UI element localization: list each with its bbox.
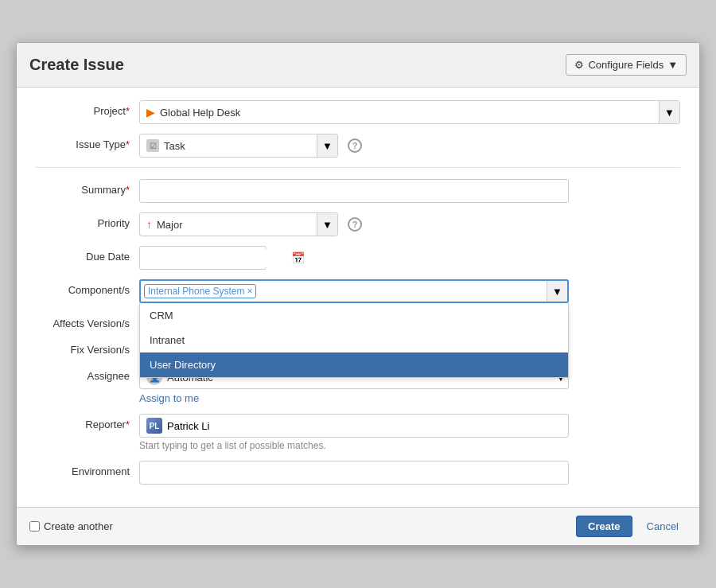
components-control: Internal Phone System × ▼ CRM Intranet U… (139, 279, 680, 303)
divider (36, 167, 680, 168)
summary-input[interactable] (139, 179, 569, 203)
reporter-avatar: PL (146, 418, 162, 434)
project-select[interactable]: ▶ Global Help Desk ▼ (139, 100, 680, 124)
fix-version-label: Fix Version/s (36, 339, 139, 356)
priority-value: Major (157, 219, 312, 231)
project-dropdown-arrow[interactable]: ▼ (659, 101, 679, 123)
summary-label: Summary* (36, 179, 139, 196)
environment-input[interactable] (139, 461, 569, 485)
priority-help-icon[interactable]: ? (348, 217, 362, 232)
assign-to-me-link[interactable]: Assign to me (139, 392, 680, 404)
issue-type-value: Task (164, 140, 312, 152)
reporter-label: Reporter* (36, 414, 139, 430)
components-select[interactable]: Internal Phone System × ▼ (139, 279, 569, 303)
priority-select[interactable]: ↑ Major ▼ (139, 212, 338, 236)
summary-required: * (126, 184, 130, 196)
dialog-body: Project* ▶ Global Help Desk ▼ Issue Type… (17, 88, 699, 507)
summary-row: Summary* (36, 179, 680, 203)
priority-icon: ↑ (146, 218, 152, 231)
project-required: * (126, 105, 130, 117)
project-label: Project* (36, 100, 139, 117)
due-date-label: Due Date (36, 246, 139, 263)
due-date-input-wrap[interactable]: 📅 (139, 246, 267, 270)
issue-type-help-icon[interactable]: ? (348, 138, 362, 153)
create-another-label: Create another (44, 520, 113, 532)
environment-row: Environment (36, 461, 680, 485)
project-row: Project* ▶ Global Help Desk ▼ (36, 100, 680, 124)
reporter-control: PL Patrick Li Start typing to get a list… (139, 414, 680, 451)
issue-type-row: Issue Type* ☑ Task ▼ ? (36, 134, 680, 158)
configure-fields-label: Configure Fields (588, 59, 663, 71)
create-another-checkbox[interactable] (29, 521, 40, 532)
priority-control: ↑ Major ▼ ? (139, 212, 680, 236)
component-tag-remove[interactable]: × (247, 286, 252, 297)
configure-fields-arrow-icon: ▼ (667, 59, 678, 71)
cancel-button[interactable]: Cancel (639, 516, 687, 536)
reporter-value: Patrick Li (167, 420, 209, 432)
components-row: Component/s Internal Phone System × ▼ CR… (36, 279, 680, 303)
issue-type-control: ☑ Task ▼ ? (139, 134, 680, 158)
assignee-label: Assignee (36, 365, 139, 382)
issue-type-required: * (126, 138, 130, 150)
due-date-row: Due Date 📅 (36, 246, 680, 270)
task-icon: ☑ (146, 139, 159, 152)
priority-dropdown-arrow[interactable]: ▼ (317, 213, 337, 236)
dropdown-item-crm[interactable]: CRM (140, 303, 568, 328)
issue-type-select[interactable]: ☑ Task ▼ (139, 134, 338, 158)
priority-label: Priority (36, 212, 139, 229)
calendar-icon[interactable]: 📅 (286, 248, 309, 267)
dropdown-item-intranet[interactable]: Intranet (140, 328, 568, 352)
project-icon: ▶ (146, 106, 155, 119)
components-dropdown: CRM Intranet User Directory (139, 303, 569, 378)
create-another-wrap: Create another (29, 520, 113, 532)
project-control: ▶ Global Help Desk ▼ (139, 100, 680, 124)
reporter-row: Reporter* PL Patrick Li Start typing to … (36, 414, 680, 451)
environment-label: Environment (36, 461, 139, 477)
gear-icon: ⚙ (574, 59, 584, 71)
create-issue-dialog: Create Issue ⚙ Configure Fields ▼ Projec… (16, 42, 700, 546)
components-dropdown-arrow[interactable]: ▼ (547, 281, 567, 302)
project-value: Global Help Desk (160, 107, 654, 119)
priority-row: Priority ↑ Major ▼ ? (36, 212, 680, 236)
due-date-input[interactable] (140, 249, 286, 267)
reporter-required: * (126, 419, 130, 430)
dialog-footer: Create another Create Cancel (17, 507, 699, 545)
dropdown-item-user-directory[interactable]: User Directory (140, 352, 568, 377)
components-input[interactable] (259, 286, 564, 298)
due-date-control: 📅 (139, 246, 680, 270)
summary-control (139, 179, 680, 203)
environment-control (139, 461, 680, 485)
components-label: Component/s (36, 279, 139, 296)
reporter-field[interactable]: PL Patrick Li (139, 414, 569, 438)
configure-fields-button[interactable]: ⚙ Configure Fields ▼ (566, 54, 687, 76)
component-tag-label: Internal Phone System (148, 286, 244, 297)
create-button[interactable]: Create (576, 516, 632, 537)
issue-type-dropdown-arrow[interactable]: ▼ (317, 134, 337, 157)
affects-version-label: Affects Version/s (36, 313, 139, 329)
issue-type-label: Issue Type* (36, 134, 139, 150)
component-tag-internal-phone: Internal Phone System × (144, 284, 256, 298)
reporter-hint: Start typing to get a list of possible m… (139, 440, 680, 451)
dialog-header: Create Issue ⚙ Configure Fields ▼ (17, 43, 699, 88)
dialog-title: Create Issue (29, 56, 124, 74)
